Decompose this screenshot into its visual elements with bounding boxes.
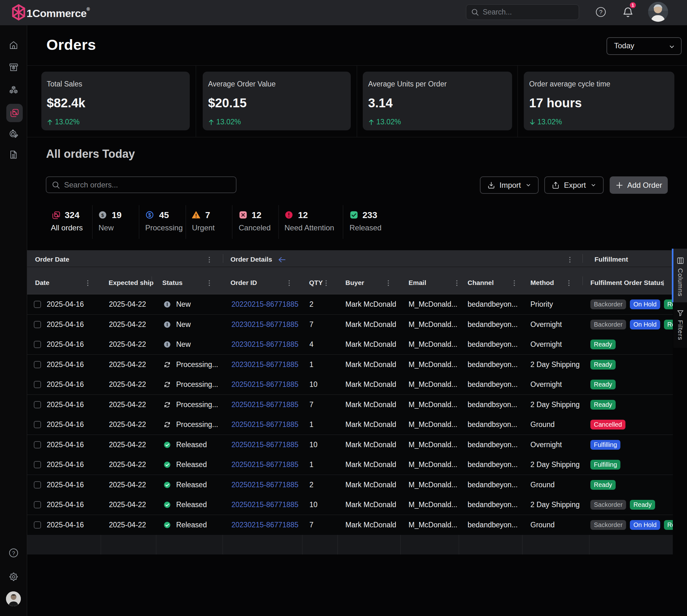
svg-text:$: $ xyxy=(148,212,151,218)
svg-text:?: ? xyxy=(12,550,15,556)
svg-text:?: ? xyxy=(599,9,603,16)
svg-text:$: $ xyxy=(101,212,104,218)
